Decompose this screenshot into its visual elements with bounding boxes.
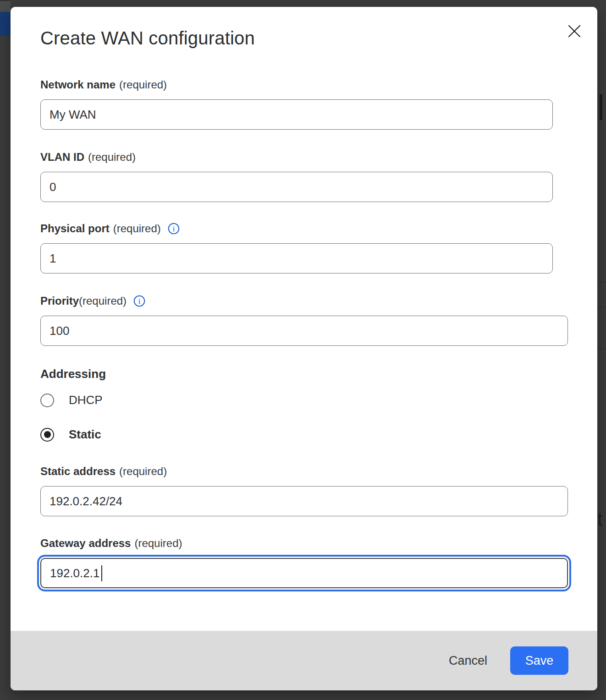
create-wan-dialog: Create WAN configuration Network name (r… [11, 7, 597, 690]
backdrop-divider [0, 0, 11, 1]
backdrop-divider [597, 282, 606, 283]
network-name-input[interactable] [40, 99, 553, 130]
priority-input[interactable] [40, 316, 568, 346]
info-icon[interactable]: i [168, 223, 180, 235]
backdrop-blue-button-edge [0, 0, 11, 36]
radio-unselected-icon [40, 394, 54, 407]
backdrop-divider [0, 0, 11, 1]
required-text: (required) [134, 536, 182, 550]
static-address-label: Static address (required) [40, 465, 568, 478]
label-text: Static address [40, 465, 116, 478]
backdrop-divider [597, 307, 606, 308]
required-text: (required) [88, 150, 136, 164]
gateway-address-label: Gateway address (required) [40, 536, 568, 550]
radio-dot [44, 431, 51, 438]
required-text: (required) [119, 465, 167, 478]
backdrop-divider [597, 348, 606, 349]
radio-dhcp-label: DHCP [69, 393, 103, 407]
backdrop-row-edge [0, 0, 11, 12]
cancel-button[interactable]: Cancel [449, 654, 487, 668]
svg-text:i: i [138, 297, 141, 306]
physical-port-label: Physical port (required) i [40, 222, 568, 235]
static-address-input[interactable] [40, 486, 568, 516]
backdrop-text-fragment: g [0, 0, 11, 26]
network-name-label: Network name (required) [40, 78, 568, 92]
required-text: (required) [119, 78, 167, 92]
dialog-footer: Cancel Save [11, 631, 597, 690]
label-text: Network name [40, 78, 116, 92]
radio-selected-icon [40, 428, 54, 442]
info-icon[interactable]: i [133, 295, 145, 307]
label-text: VLAN ID [40, 150, 84, 164]
physical-port-group: Physical port (required) i [40, 222, 568, 273]
required-text: (required) [113, 222, 161, 235]
radio-dhcp[interactable]: DHCP [40, 393, 568, 407]
priority-label: Priority (required) i [40, 294, 568, 308]
static-address-group: Static address (required) [40, 465, 568, 516]
radio-static[interactable]: Static [40, 427, 568, 442]
backdrop-text-fragment [600, 94, 602, 120]
save-button[interactable]: Save [510, 646, 568, 675]
dialog-title: Create WAN configuration [40, 27, 568, 49]
label-text: Gateway address [40, 536, 131, 550]
backdrop-text-fragment: u [1, 0, 11, 18]
gateway-address-group: Gateway address (required) [40, 536, 568, 588]
label-text: Physical port [40, 222, 110, 235]
gateway-address-input[interactable] [40, 558, 568, 588]
vlan-id-group: VLAN ID (required) [40, 150, 568, 202]
text-cursor [101, 565, 102, 581]
addressing-heading: Addressing [40, 366, 568, 381]
vlan-id-label: VLAN ID (required) [40, 150, 568, 164]
svg-text:i: i [173, 224, 175, 233]
radio-static-label: Static [69, 427, 101, 442]
backdrop-text-fragment: t [597, 509, 606, 530]
label-text: Priority [40, 294, 79, 308]
network-name-group: Network name (required) [40, 78, 568, 130]
priority-group: Priority (required) i [40, 294, 568, 346]
physical-port-input[interactable] [40, 243, 553, 273]
vlan-id-input[interactable] [40, 172, 553, 202]
required-text: (required) [79, 294, 127, 308]
